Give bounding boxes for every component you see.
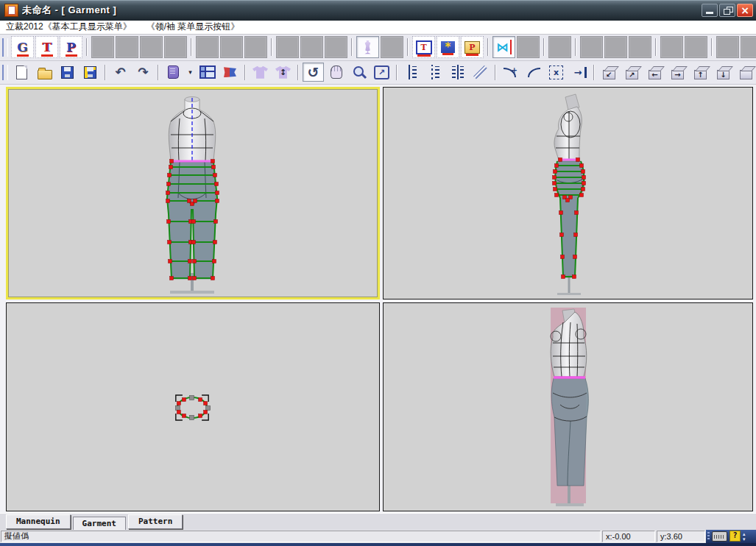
undo-icon: ↶ — [115, 65, 125, 79]
toolbar-separator — [86, 38, 88, 56]
rotate-view-icon[interactable]: ↺ — [303, 63, 324, 82]
restore-button[interactable] — [719, 4, 735, 17]
viewport-side-view[interactable] — [383, 87, 753, 299]
toolbar-button-empty — [325, 36, 347, 58]
toolbar-separator — [158, 65, 159, 80]
toolbar-grip[interactable] — [2, 38, 8, 57]
toolbar-separator — [271, 38, 272, 56]
save-icon[interactable] — [57, 63, 78, 82]
mannequin-icon[interactable] — [356, 36, 379, 58]
snap-point-icon[interactable]: → — [568, 63, 590, 82]
mannequin-side — [554, 94, 582, 160]
view-cube-iso-icon[interactable] — [735, 63, 756, 82]
toolbar-separator — [407, 38, 409, 56]
layers-dropdown-icon[interactable]: ▾ — [186, 63, 195, 82]
viewport-layout-icon[interactable] — [197, 63, 218, 82]
pan-hand-icon[interactable] — [325, 63, 347, 82]
menu-bar-label: 立裁2012《基本工具显示菜单》 《领/袖 菜单显示按钮》 — [0, 21, 239, 33]
view-cube-back-icon[interactable]: ↗ — [621, 63, 643, 82]
tab-garment[interactable]: Garment — [73, 517, 126, 531]
move-points-icon[interactable]: x — [545, 63, 567, 82]
toolbar-button-empty — [276, 36, 299, 58]
status-grip — [707, 532, 710, 541]
viewport-front-view[interactable] — [6, 87, 380, 299]
toolbar-button-empty — [140, 36, 163, 58]
view-cube-bottom-icon[interactable]: ↓ — [713, 63, 734, 82]
toolbar-button-empty — [196, 36, 219, 58]
rotate-view-icon: ↺ — [308, 64, 319, 80]
door-measure-icon[interactable]: T — [412, 36, 435, 58]
save-as-icon[interactable] — [80, 63, 101, 82]
ruler-diagonal-icon[interactable] — [470, 63, 491, 82]
fabric-curve-icon: ⋈ — [496, 40, 512, 54]
toolbar-separator — [495, 65, 496, 80]
close-button[interactable]: × — [737, 4, 753, 17]
status-message: 擬値僞 — [1, 531, 601, 542]
view-cube-top-icon[interactable]: ↑ — [690, 63, 711, 82]
viewport-perspective-view[interactable] — [383, 302, 753, 511]
garment-measure-icon[interactable]: ↕ — [272, 63, 294, 82]
tab-mannequin[interactable]: Mannequin — [6, 514, 71, 529]
flag-icon — [224, 67, 236, 77]
layers-book-icon[interactable] — [163, 63, 184, 82]
scroll-down-icon[interactable]: ▾ — [743, 536, 746, 542]
view-cube-top-icon: ↑ — [694, 70, 707, 79]
app-window: 未命名 - [ Garment ] × 立裁2012《基本工具显示菜单》 《领/… — [0, 0, 756, 546]
flag-icon[interactable] — [219, 63, 241, 82]
view-cube-front-icon[interactable]: ↙ — [598, 63, 620, 82]
view-cube-right-icon[interactable]: → — [667, 63, 688, 82]
scroll-arrows[interactable]: ▴▾ — [743, 531, 746, 542]
undo-icon[interactable]: ↶ — [110, 63, 131, 82]
curve-edit-icon — [526, 66, 540, 78]
mannequin-icon — [362, 40, 374, 54]
save-icon — [61, 66, 74, 79]
redo-icon[interactable]: ↷ — [133, 63, 154, 82]
toolbar-button-empty — [685, 36, 707, 58]
toolbar-button-empty — [244, 36, 267, 58]
tab-pattern[interactable]: Pattern — [128, 514, 183, 529]
zoom-extents-icon[interactable]: ↗ — [371, 63, 392, 82]
ruler-vertical-icon[interactable] — [401, 63, 423, 82]
view-cube-back-icon: ↗ — [626, 70, 638, 79]
keyboard-icon[interactable] — [712, 531, 727, 542]
zoom-icon[interactable] — [348, 63, 370, 82]
curve-add-icon[interactable]: + — [500, 63, 521, 82]
help-icon[interactable]: ? — [729, 531, 741, 542]
letter-p-icon[interactable]: P — [60, 36, 82, 58]
toolbar-separator — [543, 38, 545, 56]
curve-edit-icon[interactable] — [523, 63, 544, 82]
grid-sun-icon: * — [441, 41, 455, 53]
ruler-double-icon[interactable] — [447, 63, 468, 82]
folder-p-icon[interactable]: P — [461, 36, 484, 58]
new-document-icon — [16, 65, 27, 79]
scroll-up-icon[interactable]: ▴ — [743, 531, 746, 536]
open-file-icon[interactable] — [34, 63, 55, 82]
letter-g-icon[interactable]: G — [11, 36, 34, 58]
view-cube-left-icon[interactable]: ← — [644, 63, 665, 82]
toolbar-button-empty — [741, 36, 756, 58]
toolbar-separator — [351, 38, 353, 56]
ruler-dashed-icon — [429, 65, 441, 79]
toolbar-top: GTPT*P⋈ — [0, 35, 756, 61]
menu-bar[interactable]: 立裁2012《基本工具显示菜单》 《领/袖 菜单显示按钮》 — [0, 21, 756, 35]
curve-add-icon: + — [504, 66, 517, 78]
toolbar-separator — [655, 38, 657, 56]
viewport-top-view[interactable] — [6, 302, 380, 511]
waist-ellipse — [177, 397, 207, 418]
ruler-dashed-icon[interactable] — [424, 63, 445, 82]
cursor-x-readout: x:-0.00 — [602, 531, 655, 542]
pants-garment-perspective — [551, 378, 588, 486]
new-document-icon[interactable] — [11, 63, 32, 82]
toolbar-button-empty — [629, 36, 651, 58]
garment-icon — [252, 66, 268, 79]
toolbar-grip[interactable] — [2, 65, 8, 81]
viewport-layout-icon — [199, 65, 216, 79]
grid-sun-icon[interactable]: * — [437, 36, 459, 58]
letter-t-icon[interactable]: T — [35, 36, 58, 58]
view-cube-left-icon: ← — [649, 70, 661, 79]
garment-icon[interactable] — [250, 63, 271, 82]
minimize-button[interactable] — [702, 4, 718, 17]
snap-point-icon: → — [572, 67, 587, 78]
fabric-curve-icon[interactable]: ⋈ — [492, 36, 515, 58]
zoom-extents-icon: ↗ — [374, 65, 389, 79]
